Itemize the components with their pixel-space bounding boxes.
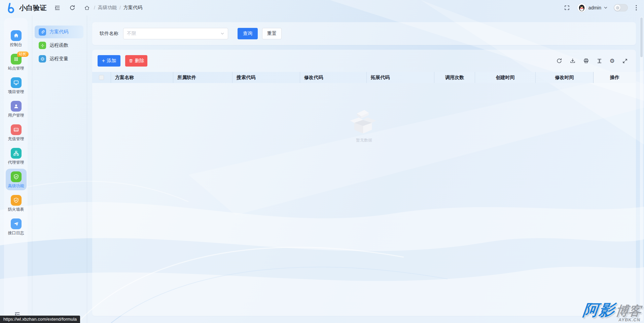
- print-icon[interactable]: [582, 56, 591, 65]
- scrollbar-thumb[interactable]: [640, 17, 643, 57]
- column-header-call-count: 调用次数: [434, 72, 475, 83]
- refresh-icon[interactable]: [68, 3, 77, 12]
- breadcrumb: / 高级功能 / 方案代码: [83, 4, 142, 12]
- more-menu-icon[interactable]: [634, 3, 639, 12]
- user-menu[interactable]: admin: [577, 3, 608, 12]
- expand-icon[interactable]: [621, 57, 629, 65]
- column-header-extend-code: 拓展代码: [367, 72, 434, 83]
- sidebar-item-console[interactable]: 控制台: [6, 28, 27, 49]
- sun-icon: [614, 5, 620, 11]
- submenu-item-label: 远程变量: [49, 56, 68, 62]
- sidebar-item-projects[interactable]: 项目管理: [6, 75, 27, 96]
- top-header: 小白验证 / 高级功能 / 方案代码: [0, 0, 644, 15]
- sidebar-item-label: 高级功能: [8, 184, 24, 188]
- delete-button[interactable]: 删除: [125, 55, 147, 67]
- webmaster-badge: 站长: [17, 51, 29, 57]
- sidebar-item-firewall[interactable]: 防火墙表: [6, 192, 27, 214]
- recharge-card-icon: [11, 124, 22, 135]
- users-person-icon: [11, 101, 22, 112]
- empty-box-illustration: [347, 107, 382, 135]
- empty-text: 暂无数据: [356, 137, 372, 143]
- main-content: 软件名称 不限 查询 重置 + 添加 删除: [87, 15, 644, 323]
- console-home-icon: [11, 30, 22, 41]
- add-button[interactable]: + 添加: [98, 55, 120, 67]
- projects-monitor-icon: [11, 77, 22, 88]
- row-height-icon[interactable]: [595, 57, 604, 65]
- app-logo-icon: [5, 2, 16, 13]
- menu-fold-icon[interactable]: [53, 3, 62, 12]
- settings-gear-icon[interactable]: ⚙: [608, 57, 616, 65]
- secondary-sidebar: 方案代码 远程函数 远程变量: [32, 15, 87, 323]
- sidebar-item-recharge[interactable]: 充值管理: [6, 122, 27, 143]
- scrollbar-track: [640, 17, 643, 321]
- plus-icon: +: [102, 58, 105, 64]
- advanced-shield-icon: [11, 171, 22, 182]
- breadcrumb-separator: /: [94, 5, 95, 10]
- column-header-updated-at: 修改时间: [536, 72, 594, 83]
- column-header-search-code: 搜索代码: [232, 72, 300, 83]
- globe-icon: [39, 55, 46, 63]
- table-header: 方案名称 所属软件 搜索代码 修改代码 拓展代码 调用次数 创建时间 修改时间 …: [92, 72, 636, 83]
- table-card: + 添加 删除: [92, 50, 636, 316]
- user-avatar: [577, 3, 586, 12]
- select-value: 不限: [127, 31, 220, 37]
- sidebar-item-label: 控制台: [10, 42, 22, 47]
- select-all-checkbox[interactable]: [99, 75, 104, 80]
- app-title: 小白验证: [19, 3, 47, 12]
- sidebar-item-label: 接口日志: [8, 231, 24, 235]
- breadcrumb-item-advanced[interactable]: 高级功能: [98, 5, 117, 11]
- sidebar-item-advanced[interactable]: 高级功能: [6, 169, 27, 190]
- status-url-tooltip: https://wl.xbzhan.com/extend/formula: [0, 316, 80, 323]
- breadcrumb-current: 方案代码: [123, 5, 142, 11]
- fullscreen-icon[interactable]: [563, 3, 571, 12]
- table-toolbar: + 添加 删除: [92, 50, 636, 72]
- sidebar-item-agents[interactable]: 代理管理: [6, 145, 27, 167]
- download-icon[interactable]: [568, 56, 577, 65]
- sidebar-item-api-logs[interactable]: 接口日志: [6, 216, 27, 237]
- column-header-software: 所属软件: [173, 72, 232, 83]
- sidebar-item-label: 用户管理: [8, 113, 24, 118]
- chevron-down-icon: [220, 32, 224, 36]
- software-select[interactable]: 不限: [123, 28, 228, 39]
- sidebar-item-label: 代理管理: [8, 160, 24, 165]
- breadcrumb-home-icon[interactable]: [83, 4, 91, 12]
- filter-bar: 软件名称 不限 查询 重置: [92, 22, 636, 45]
- query-button[interactable]: 查询: [238, 28, 258, 39]
- username: admin: [588, 5, 601, 10]
- paper-plane-icon: [11, 218, 22, 229]
- filter-label: 软件名称: [100, 31, 118, 37]
- divider: [87, 15, 87, 323]
- submenu-item-scheme-code[interactable]: 方案代码: [35, 26, 83, 38]
- table-header-cell: [92, 72, 111, 83]
- trash-icon: [129, 58, 133, 63]
- primary-sidebar: 控制台 站长 站点管理 项目管理: [0, 15, 32, 323]
- watermark-logo: 阿影 博客 AYBK.CN: [581, 300, 642, 322]
- theme-toggle[interactable]: [614, 4, 628, 11]
- submenu-item-remote-variable[interactable]: 远程变量: [35, 52, 83, 65]
- sidebar-item-label: 充值管理: [8, 136, 24, 141]
- agents-sitemap-icon: [11, 148, 22, 159]
- paperclip-icon: [39, 28, 46, 36]
- app-brand[interactable]: 小白验证: [5, 2, 47, 13]
- column-header-modify-code: 修改代码: [300, 72, 367, 83]
- sidebar-item-label: 项目管理: [8, 89, 24, 94]
- firewall-shield-icon: [11, 195, 22, 206]
- column-header-scheme-name: 方案名称: [111, 72, 173, 83]
- sidebar-item-sites[interactable]: 站长 站点管理: [6, 51, 27, 73]
- swap-vertical-icon: [39, 42, 46, 49]
- empty-state: 暂无数据: [92, 107, 636, 143]
- reset-button[interactable]: 重置: [262, 28, 282, 39]
- column-header-actions: 操作: [594, 72, 636, 83]
- breadcrumb-separator: /: [119, 5, 121, 10]
- submenu-item-label: 方案代码: [49, 29, 68, 35]
- submenu-item-remote-function[interactable]: 远程函数: [35, 39, 83, 52]
- chevron-down-icon: [604, 6, 608, 10]
- column-header-created-at: 创建时间: [475, 72, 536, 83]
- submenu-item-label: 远程函数: [49, 42, 68, 48]
- sidebar-item-label: 防火墙表: [8, 207, 24, 212]
- watermark-title-blue: 阿影: [582, 300, 616, 321]
- refresh-table-icon[interactable]: [555, 56, 564, 65]
- sidebar-item-users[interactable]: 用户管理: [6, 98, 27, 120]
- sidebar-item-label: 站点管理: [8, 66, 24, 71]
